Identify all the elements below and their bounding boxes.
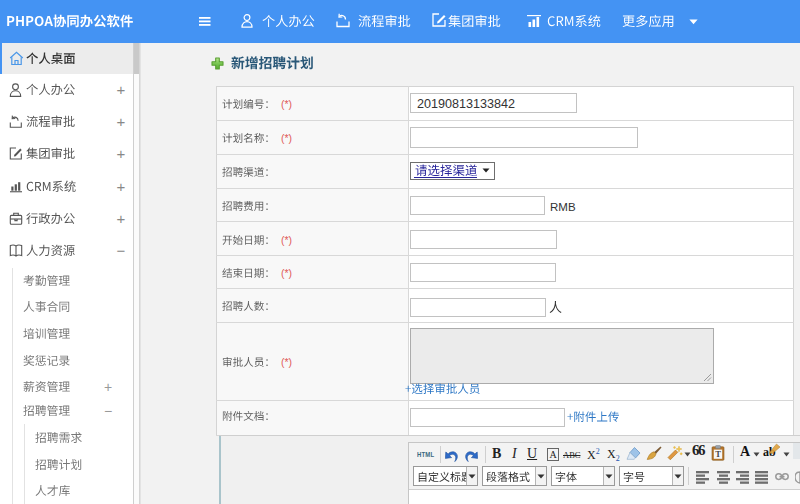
svg-text:T: T [715,449,721,459]
